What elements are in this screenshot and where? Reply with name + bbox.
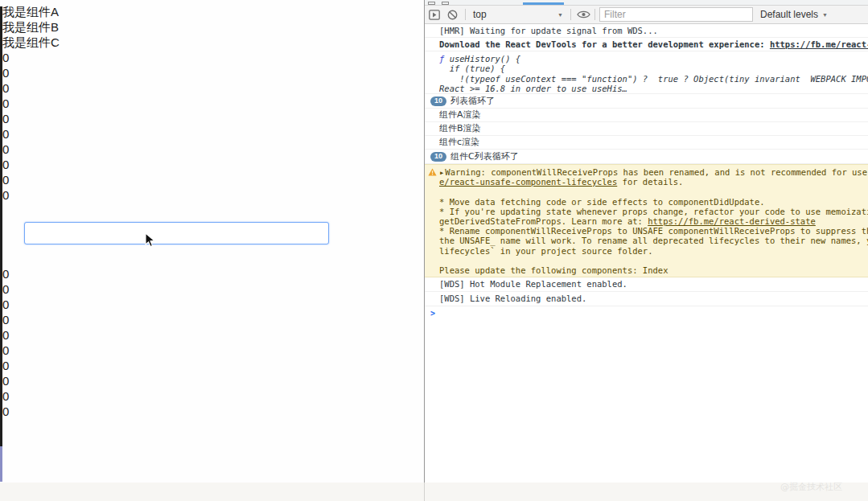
- zero-item: 0: [2, 327, 424, 343]
- component-label: 我是组件C: [2, 35, 424, 50]
- zero-list-top: 0000000000: [0, 50, 424, 203]
- zero-item: 0: [2, 172, 424, 187]
- devtools-panel: top ▼ Default levels ▼ [HMR] Waiting for…: [425, 0, 868, 501]
- warning-blank-line: [439, 256, 868, 265]
- bottom-artifact-band: [0, 483, 868, 501]
- prompt-chevron-icon: >: [430, 309, 435, 318]
- console-prompt[interactable]: >: [425, 306, 868, 321]
- context-selector-dropdown[interactable]: top ▼: [473, 6, 563, 23]
- zero-item: 0: [2, 404, 424, 419]
- zero-item: 0: [2, 343, 424, 358]
- toolbar-separator: [594, 9, 595, 20]
- warning-line5: * If you're updating state whenever prop…: [439, 207, 868, 216]
- console-row-wds-hot: [WDS] Hot Module Replacement enabled.: [425, 277, 868, 292]
- warning-line4: * Move data fetching code or side effect…: [439, 197, 868, 207]
- function-line3: !(typeof useContext === "function") ? tr…: [439, 74, 868, 84]
- mouse-cursor-icon: [145, 232, 156, 248]
- warning-blank-line: [439, 187, 868, 196]
- console-warning-block: ▸Warning: componentWillReceiveProps has …: [425, 164, 868, 277]
- warning-triangle-icon: [428, 168, 437, 176]
- console-row-react-devtools-ad: Download the React DevTools for a better…: [425, 38, 868, 51]
- live-expression-button[interactable]: [577, 6, 590, 23]
- repeat-count-badge: 10: [430, 152, 446, 162]
- function-line1: useHistory() {: [444, 54, 520, 64]
- console-messages: [HMR] Waiting for update signal from WDS…: [425, 24, 868, 321]
- react-devtools-link[interactable]: https://fb.me/react-devtools: [770, 39, 868, 49]
- warning-line7: * Rename componentWillReceiveProps to UN…: [439, 226, 868, 236]
- left-edge-artifact-purple: [0, 446, 2, 482]
- function-line2: if (true) {: [439, 64, 868, 73]
- tab-console-active-underline[interactable]: [523, 2, 564, 5]
- console-sidebar-icon: [429, 10, 440, 20]
- console-sidebar-toggle-button[interactable]: [429, 6, 440, 23]
- expand-triangle-icon[interactable]: ▸: [439, 167, 444, 177]
- react-ad-text: Download the React DevTools for a better…: [439, 39, 770, 49]
- screenshot-stage: 我是组件A我是组件B我是组件C 0000000000 0000000000: [0, 0, 868, 501]
- chevron-down-icon: ▼: [822, 12, 828, 18]
- zero-item: 0: [2, 65, 424, 80]
- render-log-rows: 组件A渲染组件B渲染组件c渲染: [425, 109, 868, 150]
- loop-message: 组件C列表循环了: [450, 152, 519, 162]
- console-row-wds-live: [WDS] Live Reloading enabled.: [425, 292, 868, 306]
- zero-item: 0: [2, 266, 424, 281]
- warning-line2-rest: for details.: [617, 177, 683, 187]
- zero-item: 0: [2, 388, 424, 404]
- log-level-dropdown[interactable]: Default levels ▼: [760, 6, 828, 23]
- chevron-down-icon: ▼: [557, 12, 563, 18]
- warning-line8: the UNSAFE_ name will work. To rename al…: [439, 236, 868, 245]
- console-row-loop-2: 10 组件C列表循环了: [425, 150, 868, 164]
- component-label: 我是组件B: [2, 19, 424, 35]
- console-toolbar: top ▼ Default levels ▼: [425, 6, 868, 24]
- zero-item: 0: [2, 373, 424, 388]
- page-text-input[interactable]: [24, 222, 329, 244]
- zero-item: 0: [2, 281, 424, 297]
- console-filter-input[interactable]: [599, 7, 753, 22]
- zero-item: 0: [2, 312, 424, 327]
- loop-message: 列表循环了: [450, 97, 495, 106]
- zero-list-bottom: 0000000000: [0, 266, 424, 419]
- component-label: 我是组件A: [2, 4, 424, 19]
- zero-item: 0: [2, 126, 424, 142]
- zero-item: 0: [2, 111, 424, 126]
- warning-line1: Warning: componentWillReceiveProps has b…: [445, 167, 868, 177]
- console-row-render: 组件B渲染: [425, 122, 868, 136]
- zero-item: 0: [2, 297, 424, 312]
- warning-line6-pre: getDerivedStateFromProps. Learn more at:: [439, 216, 648, 226]
- function-line4: React >= 16.8 in order to use useHis…: [439, 84, 868, 93]
- log-level-value: Default levels: [760, 9, 818, 20]
- repeat-count-badge: 10: [430, 97, 446, 106]
- component-label-list: 我是组件A我是组件B我是组件C: [0, 0, 424, 50]
- zero-item: 0: [2, 142, 424, 157]
- left-edge-artifact: [0, 6, 2, 446]
- context-selector-value: top: [473, 9, 487, 20]
- warning-line9: lifecycles` in your project source folde…: [439, 246, 868, 256]
- app-page: 我是组件A我是组件B我是组件C 0000000000 0000000000: [0, 0, 424, 501]
- clear-console-button[interactable]: [447, 6, 458, 23]
- console-row-render: 组件c渲染: [425, 136, 868, 150]
- zero-item: 0: [2, 50, 424, 65]
- console-row-loop-1: 10 列表循环了: [425, 94, 868, 109]
- console-row-function-preview[interactable]: ƒ useHistory() { if (true) { !(typeof us…: [425, 51, 868, 94]
- clear-console-icon: [447, 10, 458, 20]
- zero-item: 0: [2, 80, 424, 96]
- zero-item: 0: [2, 187, 424, 203]
- zero-item: 0: [2, 157, 424, 172]
- devtools-tabbar-sliver: [425, 0, 868, 6]
- eye-icon: [577, 10, 590, 19]
- unsafe-lifecycles-link[interactable]: e/react-unsafe-component-lifecycles: [439, 177, 617, 187]
- console-row-hmr: [HMR] Waiting for update signal from WDS…: [425, 24, 868, 38]
- inspect-icon[interactable]: [428, 2, 435, 5]
- toolbar-separator: [570, 9, 571, 20]
- console-row-render: 组件A渲染: [425, 109, 868, 122]
- warning-line11: Please update the following components: …: [439, 265, 868, 275]
- zero-item: 0: [2, 96, 424, 111]
- device-toolbar-icon[interactable]: [442, 2, 449, 5]
- toolbar-separator: [465, 9, 466, 20]
- react-derived-state-link[interactable]: https://fb.me/react-derived-state: [648, 216, 816, 226]
- zero-item: 0: [2, 358, 424, 373]
